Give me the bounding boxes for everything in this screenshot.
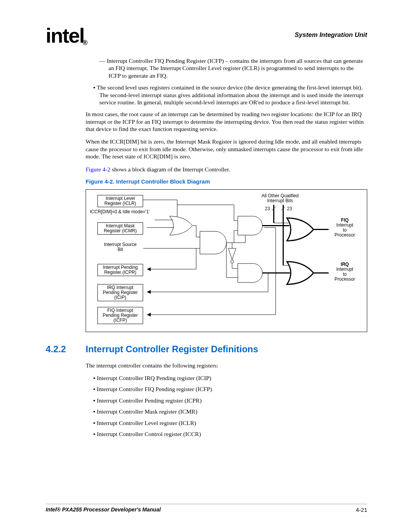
block-diagram: Interrupt LevelRegister (ICLR) ICCR[DIM]… <box>86 189 367 332</box>
svg-marker-36 <box>147 313 151 316</box>
diagram-label: Interrupt LevelRegister (ICLR) <box>97 195 143 207</box>
list-item: Interrupt Controller Mask register (ICMR… <box>99 408 367 415</box>
page-footer: Intel® PXA255 Processor Developer's Manu… <box>46 504 367 513</box>
diagram-label: Interrupt SourceBit <box>97 242 143 252</box>
diagram-label: All Other QualifiedInterrupt Bits <box>253 193 307 203</box>
list-item: Interrupt Controller FIQ Pending registe… <box>99 385 367 393</box>
diagram-label: 23 <box>287 206 292 211</box>
page-number: 4-21 <box>356 506 367 513</box>
list-item: Interrupt Controller Level register (ICL… <box>99 419 367 427</box>
diagram-label: 23 <box>265 206 270 211</box>
diagram-label: IRQ InterruptPending Register(ICIP) <box>97 284 143 302</box>
diagram-label: FIQInterrupttoProcessor <box>330 218 360 238</box>
svg-point-15 <box>231 260 234 263</box>
paragraph: The interrupt controller contains the fo… <box>86 362 367 369</box>
paragraph: Figure 4-2 shows a block diagram of the … <box>86 166 367 173</box>
figure-caption: Figure 4-2. Interrupt Controller Block D… <box>86 178 367 185</box>
chapter-title: System Integration Unit <box>295 31 367 39</box>
paragraph: In most cases, the root cause of an inte… <box>86 110 367 133</box>
dash-item: — Interrupt Controller FIQ Pending Regis… <box>86 57 367 79</box>
bullet-item: The second level uses registers containe… <box>86 84 367 106</box>
section-heading: 4.2.2 Interrupt Controller Register Defi… <box>86 343 367 355</box>
section-number: 4.2.2 <box>46 343 66 355</box>
register-list: Interrupt Controller IRQ Pending registe… <box>86 374 367 438</box>
diagram-label: ICCR[DIM]=0 & Idle mode='1' <box>90 209 158 214</box>
footer-title: Intel® PXA255 Processor Developer's Manu… <box>46 506 161 513</box>
page-content: — Interrupt Controller FIQ Pending Regis… <box>86 57 367 441</box>
diagram-label: Interrupt PendingRegister (ICPR) <box>97 264 143 276</box>
diagram-label: IRQInterrupttoProcessor <box>330 262 360 282</box>
svg-marker-30 <box>147 267 151 271</box>
intel-logo: intel® <box>46 24 88 47</box>
figure-link[interactable]: Figure 4-2 <box>86 166 110 173</box>
paragraph: When the ICCR[DIM] bit is zero, the Inte… <box>86 138 367 160</box>
diagram-label: Interrupt MaskRegister (ICMR) <box>97 222 143 235</box>
diagram-label: FIQ InterruptPending Register(ICFP) <box>97 307 143 324</box>
list-item: Interrupt Controller Pending register (I… <box>99 397 367 404</box>
list-item: Interrupt Controller Control register (I… <box>99 430 367 438</box>
list-item: Interrupt Controller IRQ Pending registe… <box>99 374 367 382</box>
svg-marker-33 <box>147 290 151 294</box>
